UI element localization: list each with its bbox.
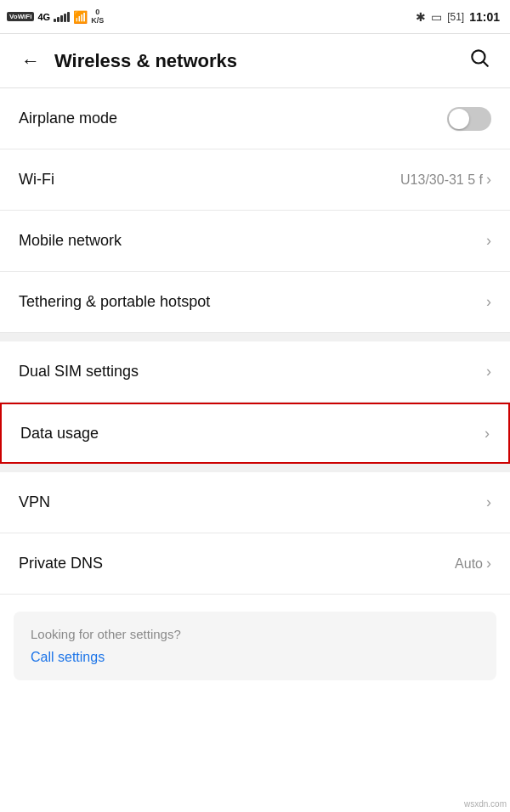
settings-item-dual-sim[interactable]: Dual SIM settings ›: [0, 341, 510, 403]
status-right: ✱ ▭ [51] 11:01: [416, 10, 500, 24]
bluetooth-icon: ✱: [416, 10, 426, 24]
dual-sim-label: Dual SIM settings: [19, 363, 139, 381]
data-speed: 0 K/S: [91, 8, 104, 25]
call-settings-link[interactable]: Call settings: [31, 650, 479, 665]
bottom-card-text: Looking for other settings?: [31, 627, 479, 641]
airplane-mode-toggle[interactable]: [447, 107, 491, 131]
settings-item-private-dns[interactable]: Private DNS Auto ›: [0, 533, 510, 595]
section-divider-1: [0, 333, 510, 341]
settings-item-content: Airplane mode: [19, 107, 491, 131]
vpn-right: ›: [486, 493, 491, 511]
settings-item-content: Dual SIM settings ›: [19, 363, 491, 381]
toggle-switch-airplane[interactable]: [447, 107, 491, 131]
data-usage-right: ›: [484, 425, 490, 443]
mobile-network-right: ›: [486, 232, 491, 250]
settings-item-content: Private DNS Auto ›: [19, 555, 491, 572]
status-time: 11:01: [469, 10, 500, 24]
signal-bars: [54, 12, 70, 22]
settings-section-2: Dual SIM settings › Data usage ›: [0, 341, 510, 464]
app-bar: ← Wireless & networks: [0, 34, 510, 88]
settings-section-1: Airplane mode Wi-Fi U13/30-31 5 f › Mobi…: [0, 88, 510, 333]
wifi-value: U13/30-31 5 f: [400, 172, 483, 188]
settings-item-content: VPN ›: [19, 493, 491, 511]
watermark: wsxdn.com: [464, 799, 507, 809]
tethering-label: Tethering & portable hotspot: [19, 293, 210, 311]
dual-sim-chevron-icon: ›: [486, 363, 491, 381]
vpn-chevron-icon: ›: [486, 493, 491, 511]
status-bar: VoWiFi 4G 📶 0 K/S ✱ ▭ [51] 11:01: [0, 0, 510, 34]
private-dns-value: Auto: [455, 556, 483, 572]
settings-item-tethering[interactable]: Tethering & portable hotspot ›: [0, 272, 510, 333]
status-left: VoWiFi 4G 📶 0 K/S: [7, 8, 104, 25]
vibrate-icon: ▭: [431, 10, 442, 24]
back-button[interactable]: ←: [14, 44, 48, 78]
dual-sim-right: ›: [486, 363, 491, 381]
data-usage-chevron-icon: ›: [484, 425, 490, 443]
back-arrow-icon: ←: [21, 50, 40, 72]
airplane-mode-label: Airplane mode: [19, 110, 117, 127]
battery-indicator: [51]: [447, 11, 464, 23]
vpn-label: VPN: [19, 493, 50, 511]
wifi-status-icon: 📶: [73, 10, 88, 24]
settings-item-data-usage[interactable]: Data usage ›: [0, 403, 510, 464]
private-dns-right: Auto ›: [455, 555, 491, 572]
tethering-chevron-icon: ›: [486, 293, 491, 311]
toggle-knob: [449, 109, 469, 129]
private-dns-label: Private DNS: [19, 555, 103, 572]
wifi-label: Wi-Fi: [19, 171, 54, 189]
settings-item-wifi[interactable]: Wi-Fi U13/30-31 5 f ›: [0, 149, 510, 211]
data-usage-label: Data usage: [20, 425, 99, 443]
settings-item-content: Wi-Fi U13/30-31 5 f ›: [19, 171, 491, 189]
search-icon: [468, 47, 490, 75]
tethering-right: ›: [486, 293, 491, 311]
settings-section-3: VPN › Private DNS Auto ›: [0, 472, 510, 595]
vowifi-icon: VoWiFi: [7, 12, 34, 21]
svg-point-0: [472, 50, 484, 63]
settings-item-content: Data usage ›: [20, 425, 490, 443]
mobile-network-label: Mobile network: [19, 232, 122, 250]
section-divider-2: [0, 464, 510, 472]
settings-item-vpn[interactable]: VPN ›: [0, 472, 510, 533]
settings-item-content: Mobile network ›: [19, 232, 491, 250]
page-title: Wireless & networks: [54, 50, 462, 72]
svg-line-1: [484, 62, 488, 66]
settings-item-mobile-network[interactable]: Mobile network ›: [0, 211, 510, 272]
wifi-chevron-icon: ›: [486, 171, 491, 189]
bottom-card: Looking for other settings? Call setting…: [14, 612, 496, 680]
settings-item-airplane-mode[interactable]: Airplane mode: [0, 88, 510, 149]
wifi-right: U13/30-31 5 f ›: [400, 171, 491, 189]
search-button[interactable]: [462, 44, 496, 78]
network-type: 4G: [37, 12, 50, 22]
private-dns-chevron-icon: ›: [486, 555, 491, 572]
settings-item-content: Tethering & portable hotspot ›: [19, 293, 491, 311]
mobile-network-chevron-icon: ›: [486, 232, 491, 250]
